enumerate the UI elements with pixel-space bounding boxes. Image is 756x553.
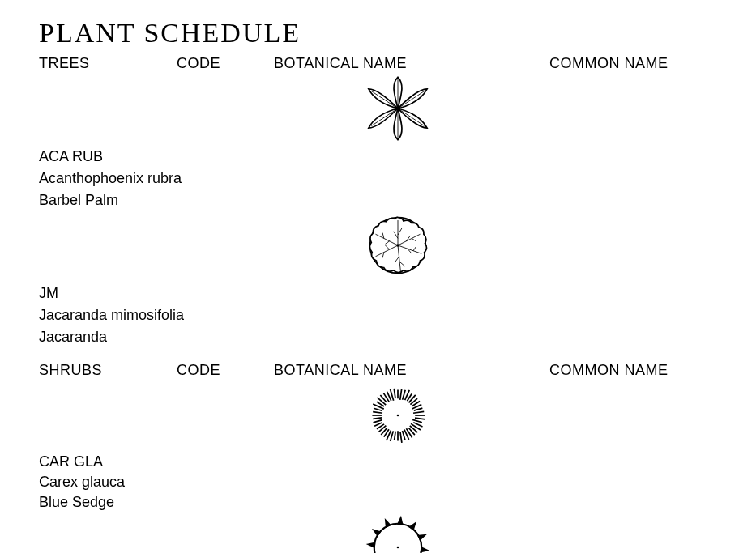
- svg-line-31: [373, 412, 382, 414]
- plant-common: Blue Sedge: [39, 491, 756, 511]
- svg-point-7: [396, 244, 399, 246]
- plant-code: JM: [39, 280, 756, 302]
- plant-botanical: Jacaranda mimosifolia: [39, 302, 756, 324]
- col-code: CODE: [177, 357, 274, 379]
- svg-line-43: [402, 390, 405, 400]
- svg-line-20: [394, 432, 395, 440]
- svg-line-9: [415, 418, 425, 419]
- svg-line-50: [413, 408, 422, 410]
- col-code: CODE: [177, 50, 274, 72]
- plant-common: Jacaranda: [39, 324, 756, 346]
- section-header-shrubs: SHRUBS CODE BOTANICAL NAME COMMON NAME: [39, 357, 756, 379]
- svg-line-40: [394, 389, 395, 398]
- plant-code: CAR GLA: [39, 450, 756, 470]
- plant-common: Barbel Palm: [39, 187, 756, 209]
- svg-line-42: [399, 389, 401, 400]
- svg-line-35: [377, 398, 386, 405]
- col-botanical: BOTANICAL NAME: [274, 357, 549, 379]
- svg-point-54: [396, 547, 399, 549]
- col-botanical: BOTANICAL NAME: [274, 50, 549, 72]
- svg-line-29: [373, 418, 382, 419]
- section-name: TREES: [39, 50, 177, 72]
- plant-symbol-cell: [39, 209, 756, 280]
- section-name: SHRUBS: [39, 357, 177, 379]
- tree-canopy-icon: [363, 211, 433, 280]
- plant-symbol-cell: [39, 379, 756, 450]
- plant-symbol-cell: [39, 72, 756, 143]
- svg-line-28: [373, 420, 382, 423]
- page-title: PLANT SCHEDULE: [39, 18, 756, 49]
- plant-code: ACA RUB: [39, 143, 756, 165]
- svg-line-18: [399, 432, 401, 443]
- section-header-trees: TREES CODE BOTANICAL NAME COMMON NAME: [39, 50, 756, 72]
- svg-line-51: [413, 411, 424, 413]
- plant-botanical: Acanthophoenix rubra: [39, 165, 756, 187]
- col-common: COMMON NAME: [549, 357, 756, 379]
- flower-star-icon: [363, 74, 433, 143]
- col-common: COMMON NAME: [549, 50, 756, 72]
- plant-schedule-page: PLANT SCHEDULE TREES CODE BOTANICAL NAME…: [0, 0, 756, 553]
- plant-botanical: Carex glauca: [39, 470, 756, 491]
- svg-line-17: [402, 431, 404, 440]
- spiky-circle-icon: [363, 513, 433, 553]
- radial-dashes-icon: [363, 381, 433, 450]
- svg-line-32: [374, 408, 382, 410]
- plant-symbol-cell: [39, 511, 756, 553]
- svg-point-52: [396, 415, 399, 417]
